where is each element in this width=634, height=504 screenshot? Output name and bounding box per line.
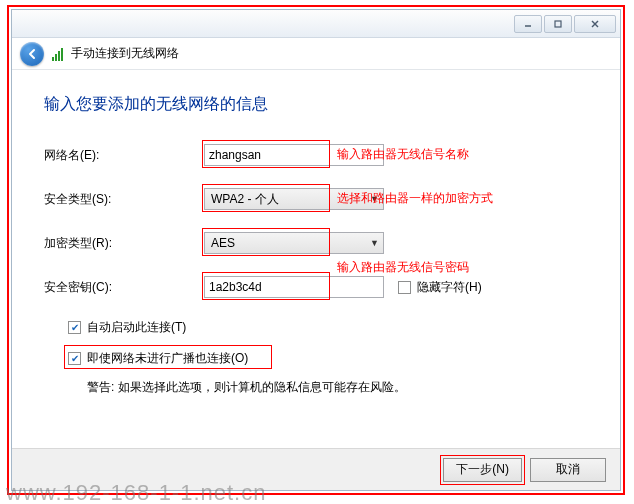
- row-connect-hidden: ✔ 即使网络未进行广播也连接(O): [68, 350, 588, 367]
- security-key-input[interactable]: [204, 276, 384, 298]
- encryption-type-label: 加密类型(R):: [44, 235, 204, 252]
- row-encryption-type: 加密类型(R): AES ▼ 输入路由器无线信号密码: [44, 231, 588, 255]
- header-row: 手动连接到无线网络: [12, 38, 620, 70]
- annotation-security-type: 选择和路由器一样的加密方式: [337, 190, 493, 207]
- security-type-value: WPA2 - 个人: [211, 191, 279, 208]
- wizard-window: 手动连接到无线网络 输入您要添加的无线网络的信息 网络名(E): 输入路由器无线…: [11, 9, 621, 491]
- content-area: 输入您要添加的无线网络的信息 网络名(E): 输入路由器无线信号名称 安全类型(…: [12, 70, 620, 396]
- svg-rect-1: [555, 21, 561, 27]
- network-name-label: 网络名(E):: [44, 147, 204, 164]
- auto-start-label: 自动启动此连接(T): [87, 319, 186, 336]
- warning-text: 警告: 如果选择此选项，则计算机的隐私信息可能存在风险。: [87, 379, 588, 396]
- hide-chars-checkbox[interactable]: [398, 281, 411, 294]
- next-button[interactable]: 下一步(N): [443, 458, 522, 482]
- chevron-down-icon: ▼: [370, 238, 379, 248]
- connect-hidden-label: 即使网络未进行广播也连接(O): [87, 350, 248, 367]
- titlebar: [12, 10, 620, 38]
- row-security-type: 安全类型(S): WPA2 - 个人 ▼ 选择和路由器一样的加密方式: [44, 187, 588, 211]
- page-heading: 输入您要添加的无线网络的信息: [44, 94, 588, 115]
- close-button[interactable]: [574, 15, 616, 33]
- cancel-button[interactable]: 取消: [530, 458, 606, 482]
- encryption-type-select[interactable]: AES ▼: [204, 232, 384, 254]
- annotation-network-name: 输入路由器无线信号名称: [337, 146, 469, 163]
- minimize-button[interactable]: [514, 15, 542, 33]
- button-bar: 下一步(N) 取消: [12, 448, 620, 490]
- encryption-type-value: AES: [211, 236, 235, 250]
- header-title: 手动连接到无线网络: [71, 45, 179, 62]
- connect-hidden-checkbox[interactable]: ✔: [68, 352, 81, 365]
- wifi-signal-icon: [52, 47, 63, 61]
- row-network-name: 网络名(E): 输入路由器无线信号名称: [44, 143, 588, 167]
- security-key-label: 安全密钥(C):: [44, 279, 204, 296]
- security-type-label: 安全类型(S):: [44, 191, 204, 208]
- row-security-key: 安全密钥(C): 隐藏字符(H): [44, 275, 588, 299]
- back-button[interactable]: [20, 42, 44, 66]
- row-auto-start: ✔ 自动启动此连接(T): [68, 319, 588, 336]
- hide-chars-label: 隐藏字符(H): [417, 279, 482, 296]
- auto-start-checkbox[interactable]: ✔: [68, 321, 81, 334]
- maximize-button[interactable]: [544, 15, 572, 33]
- annotation-security-key: 输入路由器无线信号密码: [337, 259, 469, 276]
